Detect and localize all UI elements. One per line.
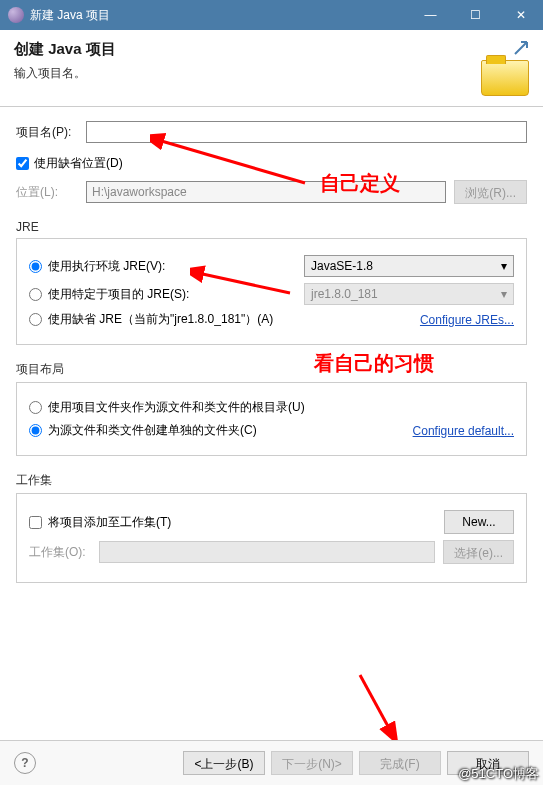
back-button[interactable]: <上一步(B) [183, 751, 265, 775]
chevron-down-icon: ▾ [501, 287, 507, 301]
layout-separate-radio[interactable] [29, 424, 42, 437]
working-sets-label: 工作集(O): [29, 544, 99, 561]
finish-button: 完成(F) [359, 751, 441, 775]
project-name-input[interactable] [86, 121, 527, 143]
jre-env-radio[interactable] [29, 260, 42, 273]
new-working-set-button[interactable]: New... [444, 510, 514, 534]
use-default-location-label: 使用缺省位置(D) [34, 155, 123, 172]
watermark: @51CTO博客 [458, 765, 539, 783]
configure-jres-link[interactable]: Configure JREs... [420, 313, 514, 327]
layout-separate-label: 为源文件和类文件创建单独的文件夹(C) [48, 422, 413, 439]
location-input [86, 181, 446, 203]
working-sets-fieldset: 将项目添加至工作集(T) New... 工作集(O): 选择(e)... [16, 493, 527, 583]
jre-project-select: jre1.8.0_181 ▾ [304, 283, 514, 305]
red-arrow-icon [350, 670, 410, 740]
window-title: 新建 Java 项目 [30, 7, 408, 24]
app-icon [8, 7, 24, 23]
add-working-set-checkbox[interactable] [29, 516, 42, 529]
select-working-set-button: 选择(e)... [443, 540, 514, 564]
jre-project-radio[interactable] [29, 288, 42, 301]
layout-root-radio[interactable] [29, 401, 42, 414]
add-working-set-label: 将项目添加至工作集(T) [48, 514, 444, 531]
jre-env-value: JavaSE-1.8 [311, 259, 373, 273]
layout-fieldset: 使用项目文件夹作为源文件和类文件的根目录(U) 为源文件和类文件创建单独的文件夹… [16, 382, 527, 456]
layout-legend: 项目布局 [16, 361, 527, 378]
configure-default-link[interactable]: Configure default... [413, 424, 514, 438]
working-sets-input [99, 541, 435, 563]
title-bar: 新建 Java 项目 — ☐ ✕ [0, 0, 543, 30]
jre-env-select[interactable]: JavaSE-1.8 ▾ [304, 255, 514, 277]
minimize-button[interactable]: — [408, 0, 453, 30]
jre-default-radio[interactable] [29, 313, 42, 326]
next-button: 下一步(N)> [271, 751, 353, 775]
jre-fieldset: 使用执行环境 JRE(V): JavaSE-1.8 ▾ 使用特定于项目的 JRE… [16, 238, 527, 345]
jre-project-label: 使用特定于项目的 JRE(S): [48, 286, 304, 303]
dialog-title: 创建 Java 项目 [14, 40, 473, 59]
jre-default-label: 使用缺省 JRE（当前为"jre1.8.0_181"）(A) [48, 311, 420, 328]
wizard-folder-icon [473, 40, 529, 96]
use-default-location-checkbox[interactable] [16, 157, 29, 170]
jre-env-label: 使用执行环境 JRE(V): [48, 258, 304, 275]
close-button[interactable]: ✕ [498, 0, 543, 30]
maximize-button[interactable]: ☐ [453, 0, 498, 30]
chevron-down-icon: ▾ [501, 259, 507, 273]
help-button[interactable]: ? [14, 752, 36, 774]
jre-project-value: jre1.8.0_181 [311, 287, 378, 301]
project-name-label: 项目名(P): [16, 124, 86, 141]
browse-button: 浏览(R)... [454, 180, 527, 204]
working-sets-legend: 工作集 [16, 472, 527, 489]
location-label: 位置(L): [16, 184, 86, 201]
layout-root-label: 使用项目文件夹作为源文件和类文件的根目录(U) [48, 399, 514, 416]
dialog-subtitle: 输入项目名。 [14, 65, 473, 82]
svg-line-2 [360, 675, 390, 730]
jre-legend: JRE [16, 220, 527, 234]
dialog-header: 创建 Java 项目 输入项目名。 [0, 30, 543, 107]
